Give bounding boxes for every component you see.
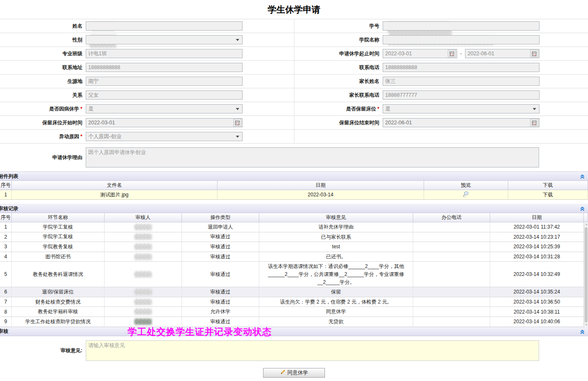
col-date: 日期 <box>490 213 584 222</box>
scroll-up-arrow[interactable]: ˄ <box>585 223 588 227</box>
cell-date: 2022-03-14 10:31:28 <box>490 252 584 262</box>
field-change-reason: 异动原因* 个人原因-创业 <box>0 130 294 143</box>
dropdown-arrow-icon <box>533 108 536 110</box>
cell-step: 学院学工复核 <box>12 222 105 232</box>
cell-reviewer <box>105 262 182 287</box>
contact-address-input[interactable]: 18888888888 <box>86 63 243 72</box>
required-mark: * <box>80 106 82 112</box>
cell-step: 学生工作处核查助学贷款情况 <box>12 317 105 327</box>
redacted-reviewer <box>134 309 152 315</box>
review-table-scrollbar[interactable]: ˄ ˅ <box>584 223 588 327</box>
cell-index: 1 <box>0 222 12 232</box>
redacted-reviewer <box>134 254 152 260</box>
calendar-icon[interactable] <box>530 119 538 126</box>
approve-leave-button[interactable]: 同意休学 <box>263 368 325 378</box>
audit-section-title: 审核 <box>0 328 8 335</box>
name-input[interactable] <box>86 21 243 31</box>
leave-reason-textarea[interactable]: 因个人原因申请休学创业 <box>86 147 539 167</box>
field-bed-start: 保留床位开始时间 2022-03-01 <box>0 116 294 129</box>
attachments-section-title: 附件列表 <box>0 173 18 180</box>
cell-office-phone <box>413 232 490 242</box>
form-row: 是否因病休学* 是 是否保留床位* 是 <box>0 102 588 116</box>
keep-bed-select[interactable]: 是 <box>383 104 539 113</box>
name-label: 姓名 <box>0 23 86 30</box>
scroll-down-arrow[interactable]: ˅ <box>585 323 588 327</box>
review-row: 9 学生工作处核查助学贷款情况 审核通过 无贷款 2022-03-14 10:4… <box>0 317 584 327</box>
col-download: 下载 <box>508 181 588 190</box>
field-contact-address: 联系地址 18888888888 <box>0 61 294 74</box>
attachment-index: 1 <box>0 190 12 200</box>
cell-office-phone <box>413 242 490 252</box>
cell-comment: 已还书。 <box>259 252 413 262</box>
review-row: 1 学院学工复核 退回申请人 请补充休学理由 2022-03-01 11:37:… <box>0 222 584 232</box>
leave-end-date-input[interactable]: 2022-06-01 <box>465 49 539 58</box>
review-row: 7 财务处核查交费情况 审核通过 该生尚欠：学费 2 元，住宿费 2 元，体检费… <box>0 297 584 307</box>
cell-reviewer <box>105 307 182 317</box>
calendar-icon[interactable] <box>530 50 538 57</box>
magnifier-icon[interactable] <box>462 191 470 198</box>
review-row: 5 教务处教务科退课情况 审核通过 该生本学期选课情况如下：通识必修______… <box>0 262 584 287</box>
origin-input[interactable]: 南宁 <box>86 77 243 86</box>
collapse-icon[interactable] <box>580 174 585 180</box>
college-input[interactable] <box>383 35 539 44</box>
cell-action: 审核通过 <box>182 252 259 262</box>
calendar-icon[interactable] <box>448 50 456 57</box>
cell-comment: 已与家长联系 <box>259 232 413 242</box>
collapse-icon[interactable] <box>580 329 585 336</box>
leave-application-page: 学生休学申请 姓名 学号 性别 学院名称 专业班级 计电1班 申 <box>0 0 588 381</box>
field-name: 姓名 <box>0 19 294 33</box>
college-label: 学院名称 <box>294 36 383 44</box>
cell-comment: 该生尚欠：学费 2 元，住宿费 2 元，体检费 2 元。 <box>259 297 413 307</box>
field-origin: 生源地 南宁 <box>0 75 294 88</box>
cell-office-phone <box>413 317 490 327</box>
cell-office-phone <box>413 252 490 262</box>
collapse-icon[interactable] <box>580 206 585 213</box>
cell-action: 允许休学 <box>182 307 259 317</box>
dropdown-arrow-icon <box>236 136 239 138</box>
redacted-reviewer <box>134 244 152 250</box>
gender-label: 性别 <box>0 36 86 44</box>
cell-date: 2022-03-14 10:32:49 <box>490 262 584 287</box>
parent-phone-input[interactable]: 18888777777 <box>383 90 539 100</box>
calendar-icon[interactable] <box>233 119 241 126</box>
change-reason-select[interactable]: 个人原因-创业 <box>86 132 243 141</box>
contact-phone-label: 联系电话 <box>294 64 383 71</box>
bed-end-date-input[interactable]: 2022-06-01 <box>383 118 539 127</box>
cell-step: 学院教务复核 <box>12 242 105 252</box>
major-class-input[interactable]: 计电1班 <box>86 49 243 58</box>
audit-comment-label: 审核意见: <box>0 340 86 354</box>
field-parent-name: 家长姓名 张三 <box>294 75 588 88</box>
contact-phone-input[interactable]: 18888888888 <box>383 63 539 72</box>
cell-comment: 请补充休学理由 <box>259 222 413 232</box>
form-row: 生源地 南宁 家长姓名 张三 <box>0 75 588 88</box>
leave-start-date-input[interactable]: 2022-03-01 <box>383 49 457 58</box>
cell-step: 退宿/保留床位 <box>12 287 105 297</box>
audit-comment-textarea[interactable] <box>86 340 539 361</box>
scrollbar-thumb[interactable] <box>585 227 588 322</box>
cell-index: 6 <box>0 287 12 297</box>
parent-name-input[interactable]: 张三 <box>383 77 539 86</box>
review-section-bar: 审核记录 <box>0 204 588 213</box>
cell-reviewer <box>105 287 182 297</box>
cell-action: 审核通过 <box>182 262 259 287</box>
relationship-input[interactable]: 父女 <box>86 90 243 100</box>
gender-select[interactable] <box>86 35 243 44</box>
attachment-filename: 测试图片.jpg <box>12 190 217 200</box>
cell-step: 学院学工复核 <box>12 232 105 242</box>
field-gender: 性别 <box>0 33 294 46</box>
field-parent-phone: 家长联系电话 18888777777 <box>294 88 588 102</box>
sick-leave-select[interactable]: 是 <box>86 104 243 113</box>
field-sick-leave: 是否因病休学* 是 <box>0 102 294 116</box>
cell-office-phone <box>413 222 490 232</box>
cell-index: 3 <box>0 242 12 252</box>
page-header: 学生休学申请 <box>0 0 588 19</box>
redacted-reviewer <box>134 299 152 305</box>
col-step: 环节名称 <box>12 213 105 222</box>
bed-start-date-input[interactable]: 2022-03-01 <box>86 118 243 127</box>
student-id-input[interactable] <box>383 21 539 31</box>
download-link[interactable]: 下载 <box>543 191 553 198</box>
date-range-separator: - <box>457 51 465 57</box>
required-mark: * <box>80 134 82 139</box>
form-empty-cell <box>294 130 588 143</box>
cell-date: 2022-03-01 11:37:42 <box>490 222 584 232</box>
